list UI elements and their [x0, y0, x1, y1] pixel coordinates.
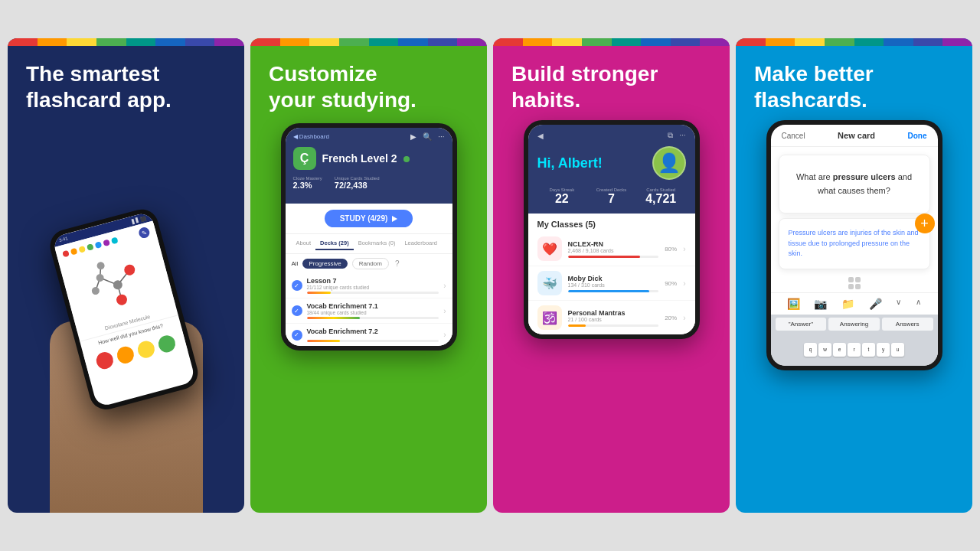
panel-4: Make better flashcards. Cancel New card … [736, 38, 972, 513]
classes-header: My Classes (5) [528, 214, 695, 232]
panel-1: The smartest flashcard app. 3:41 ▋▋ ⬛ [8, 38, 244, 513]
phone-3: ◀ ⧉··· Hi, Albert! 👤 [524, 120, 700, 339]
panel-1-headline: The smartest flashcard app. [8, 46, 244, 120]
mic-icon[interactable]: 🎤 [869, 298, 882, 310]
suggestion-2[interactable]: Answering [828, 318, 880, 331]
phone-2: ◀ Dashboard ▶🔍··· Ç French Level 2 [281, 123, 457, 350]
panel-4-phone-area: Cancel New card Done What are pressure u… [736, 120, 972, 513]
app4-topbar: Cancel New card Done [771, 125, 938, 147]
panel-2-phone-area: ◀ Dashboard ▶🔍··· Ç French Level 2 [250, 120, 487, 513]
panel-4-headline: Make better flashcards. [736, 46, 972, 120]
cancel-btn[interactable]: Cancel [782, 132, 805, 140]
class-item-2[interactable]: 🐳 Moby Dick 134 / 310 cards 90% › [528, 266, 695, 301]
camera-icon[interactable]: 📷 [814, 298, 827, 310]
svg-point-7 [122, 263, 136, 276]
svg-point-9 [90, 286, 100, 295]
panel-3-headline: Build stronger habits. [493, 46, 730, 120]
flashcard-front: What are pressure ulcers and what causes… [779, 155, 930, 214]
image-icon[interactable]: 🖼️ [787, 298, 800, 310]
deck-title: French Level 2 [322, 152, 397, 165]
phone-4: Cancel New card Done What are pressure u… [766, 120, 942, 370]
class-item-1[interactable]: ❤️ NCLEX-RN 2,468 / 9,108 cards 80% › [528, 232, 695, 266]
filter-progressive[interactable]: Progressive [302, 259, 347, 269]
class-item-3[interactable]: 🕉️ Personal Mantras 21 / 100 cards 20% [528, 301, 695, 334]
panel-1-phone-area: 3:41 ▋▋ ⬛ [8, 120, 244, 513]
new-card-label: New card [838, 131, 875, 140]
panel-3-colorbar [493, 38, 730, 46]
panel-3: Build stronger habits. ◀ ⧉··· [493, 38, 730, 513]
chevron-down-icon[interactable]: ∨ [896, 298, 901, 310]
page-wrapper: The smartest flashcard app. 3:41 ▋▋ ⬛ [0, 0, 980, 551]
panel-4-colorbar [736, 38, 972, 46]
chevron-up-icon[interactable]: ∧ [916, 298, 921, 310]
deck-item-1: ✓ Lesson 7 21/112 unique cards studied › [286, 273, 452, 298]
add-card-btn[interactable]: + [915, 214, 935, 233]
done-btn[interactable]: Done [908, 132, 927, 140]
suggestion-1[interactable]: "Answer" [776, 318, 827, 331]
keyboard: q w e r t y u [771, 334, 938, 366]
suggestion-3[interactable]: Answers [882, 318, 933, 331]
panels-container: The smartest flashcard app. 3:41 ▋▋ ⬛ [8, 38, 972, 513]
panel-1-colorbar [8, 38, 244, 46]
filter-random[interactable]: Random [352, 258, 389, 269]
deck-item-2: ✓ Vocab Enrichment 7.1 18/44 unique card… [286, 298, 452, 324]
flashcard-back: Pressure ulcers are injuries of the skin… [779, 218, 930, 269]
tab-decks[interactable]: Decks (29) [315, 237, 354, 250]
panel-3-phone-area: ◀ ⧉··· Hi, Albert! 👤 [493, 120, 730, 513]
svg-point-6 [95, 273, 104, 282]
keyboard-suggestions: "Answer" Answering Answers [771, 315, 938, 334]
panel-2-colorbar [250, 38, 487, 46]
editor-toolbar: 🖼️ 📷 📁 🎤 ∨ ∧ [771, 292, 938, 315]
svg-point-8 [115, 293, 128, 306]
folder-icon[interactable]: 📁 [841, 298, 854, 310]
panel-2: Customize your studying. ◀ Dashboard ▶🔍·… [250, 38, 487, 513]
deck-item-3: ✓ Vocab Enrichment 7.2 › [286, 324, 452, 346]
greeting: Hi, Albert! [537, 155, 603, 171]
p1-time: 3:41 [58, 236, 68, 243]
study-button[interactable]: STUDY (4/29) [325, 210, 413, 227]
panel-2-headline: Customize your studying. [250, 46, 487, 120]
svg-point-10 [96, 261, 105, 270]
